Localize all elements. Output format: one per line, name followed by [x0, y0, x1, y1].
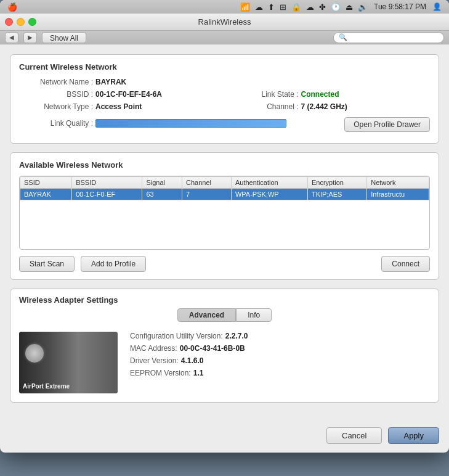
- bssid-linkstate-row: BSSID : 00-1C-F0-EF-E4-6A Link State : C…: [19, 90, 430, 99]
- driver-version-label: Driver Version:: [130, 356, 179, 365]
- open-profile-button[interactable]: Open Profile Drawer: [344, 117, 430, 132]
- menubar-icons: 📶 ☁ ⬆ ⊞ 🔒 ☁ ✤ 🕐 ⏏ 🔊: [240, 2, 368, 12]
- link-state-value: Connected: [301, 90, 339, 99]
- network-type-value: Access Point: [95, 102, 142, 111]
- table-header: SSID BSSID Signal Channel Authentication…: [20, 177, 429, 189]
- forward-button[interactable]: ▶: [23, 32, 37, 43]
- driver-version-value: 4.1.6.0: [181, 356, 204, 365]
- cloud2-icon: ☁: [306, 2, 314, 12]
- link-state-half: Link State : Connected: [225, 90, 431, 99]
- adapter-settings-title: Wireless Adapter Settings: [10, 289, 439, 308]
- driver-version-row: Driver Version: 4.1.6.0: [130, 356, 430, 365]
- maximize-button[interactable]: [28, 18, 36, 26]
- mac-address-row: MAC Address: 00-0C-43-41-6B-0B: [130, 344, 430, 353]
- bssid-label: BSSID :: [19, 90, 93, 99]
- col-ssid: SSID: [20, 177, 72, 189]
- search-input[interactable]: [350, 34, 439, 41]
- adapter-settings-section: Wireless Adapter Settings Advanced Info …: [10, 289, 439, 403]
- grid-icon: ⊞: [280, 2, 286, 12]
- cell-bssid: 00-1C-F0-EF: [72, 189, 142, 200]
- back-button[interactable]: ◀: [5, 32, 18, 43]
- user-icon: 👤: [432, 2, 442, 11]
- upload-icon: ⬆: [268, 2, 275, 12]
- system-menubar: 🍎 📶 ☁ ⬆ ⊞ 🔒 ☁ ✤ 🕐 ⏏ 🔊 Tue 9:58:17 PM 👤: [0, 0, 449, 14]
- eeprom-version-row: EEPROM Version: 1.1: [130, 369, 430, 377]
- adapter-name: AirPort Extreme: [23, 383, 70, 390]
- adapter-content: AirPort Extreme Configuration Utility Ve…: [10, 327, 439, 402]
- network-type-half: Network Type : Access Point: [19, 102, 225, 111]
- table-header-row: SSID BSSID Signal Channel Authentication…: [20, 177, 429, 189]
- cancel-button[interactable]: Cancel: [326, 427, 382, 444]
- volume-icon: 🔊: [358, 2, 368, 12]
- add-to-profile-button[interactable]: Add to Profile: [81, 256, 146, 272]
- network-name-label: Network Name :: [19, 78, 93, 86]
- back-icon: ◀: [9, 34, 14, 41]
- tab-info[interactable]: Info: [236, 308, 272, 322]
- minimize-button[interactable]: [17, 18, 25, 26]
- cloud-icon: ☁: [255, 2, 263, 12]
- table-row[interactable]: BAYRAK 00-1C-F0-EF 63 7 WPA-PSK;WP TKIP;…: [20, 189, 429, 200]
- asterisk-icon: ✤: [319, 2, 326, 12]
- cell-signal: 63: [142, 189, 182, 200]
- eeprom-version-label: EEPROM Version:: [130, 369, 191, 377]
- available-network-section: Available Wireless Network SSID BSSID Si…: [10, 152, 439, 280]
- col-signal: Signal: [142, 177, 182, 189]
- mac-address-value: 00-0C-43-41-6B-0B: [180, 344, 245, 353]
- adapter-info: Configuration Utility Version: 2.2.7.0 M…: [130, 332, 430, 381]
- channel-half: Channel : 7 (2.442 GHz): [225, 102, 431, 111]
- cell-auth: WPA-PSK;WP: [231, 189, 307, 200]
- bssid-half: BSSID : 00-1C-F0-EF-E4-6A: [19, 90, 225, 99]
- cell-channel: 7: [182, 189, 232, 200]
- show-all-button[interactable]: Show All: [42, 32, 86, 43]
- scan-buttons: Start Scan Add to Profile Connect: [19, 256, 430, 272]
- wifi-icon: 📶: [240, 2, 250, 12]
- col-bssid: BSSID: [72, 177, 142, 189]
- channel-value: 7 (2.442 GHz): [301, 102, 347, 111]
- network-table: SSID BSSID Signal Channel Authentication…: [20, 176, 429, 200]
- start-scan-button[interactable]: Start Scan: [19, 256, 75, 272]
- eeprom-version-value: 1.1: [193, 369, 204, 377]
- lock-icon: 🔒: [291, 2, 301, 12]
- search-icon: 🔍: [339, 33, 347, 41]
- menubar-time: Tue 9:58:17 PM: [374, 2, 426, 11]
- table-body: BAYRAK 00-1C-F0-EF 63 7 WPA-PSK;WP TKIP;…: [20, 189, 429, 200]
- col-network: Network: [367, 177, 429, 189]
- network-name-row: Network Name : BAYRAK: [19, 78, 430, 86]
- connect-button[interactable]: Connect: [381, 256, 430, 272]
- network-name-value: BAYRAK: [95, 78, 126, 86]
- network-table-wrapper: SSID BSSID Signal Channel Authentication…: [19, 176, 430, 250]
- link-quality-row: Link Quality : Open Profile Drawer: [19, 115, 430, 132]
- link-quality-bar: [95, 119, 286, 128]
- link-state-label: Link State :: [225, 90, 299, 99]
- config-utility-label: Configuration Utility Version:: [130, 332, 223, 340]
- close-button[interactable]: [5, 18, 13, 26]
- available-network-title: Available Wireless Network: [19, 160, 430, 170]
- clock-icon: 🕐: [331, 2, 341, 12]
- config-utility-value: 2.2.7.0: [225, 332, 248, 340]
- main-content: Current Wireless Network Network Name : …: [0, 44, 449, 421]
- forward-icon: ▶: [28, 34, 33, 41]
- apple-menu[interactable]: 🍎: [7, 2, 17, 12]
- current-network-title: Current Wireless Network: [19, 62, 430, 72]
- bottom-buttons: Cancel Apply: [0, 421, 449, 453]
- window-title: RalinkWireless: [198, 17, 251, 27]
- col-encryption: Encryption: [307, 177, 366, 189]
- table-scroll[interactable]: SSID BSSID Signal Channel Authentication…: [20, 176, 429, 226]
- cell-network: Infrastructu: [367, 189, 429, 200]
- bssid-value: 00-1C-F0-EF-E4-6A: [95, 90, 162, 99]
- title-bar: RalinkWireless: [0, 14, 449, 31]
- adapter-image: AirPort Extreme: [19, 332, 118, 393]
- eject-icon: ⏏: [346, 2, 353, 12]
- channel-label: Channel :: [225, 102, 299, 111]
- tab-advanced[interactable]: Advanced: [177, 308, 236, 322]
- toolbar: ◀ ▶ Show All 🔍: [0, 31, 449, 44]
- col-auth: Authentication: [231, 177, 307, 189]
- search-bar[interactable]: 🔍: [333, 32, 444, 43]
- network-type-channel-row: Network Type : Access Point Channel : 7 …: [19, 102, 430, 111]
- apply-button[interactable]: Apply: [388, 427, 439, 444]
- main-window: 🍎 📶 ☁ ⬆ ⊞ 🔒 ☁ ✤ 🕐 ⏏ 🔊 Tue 9:58:17 PM 👤 R…: [0, 0, 449, 453]
- link-quality-bar-container: [95, 119, 286, 128]
- current-network-section: Current Wireless Network Network Name : …: [10, 54, 439, 144]
- config-utility-row: Configuration Utility Version: 2.2.7.0: [130, 332, 430, 340]
- link-quality-label: Link Quality :: [19, 119, 93, 128]
